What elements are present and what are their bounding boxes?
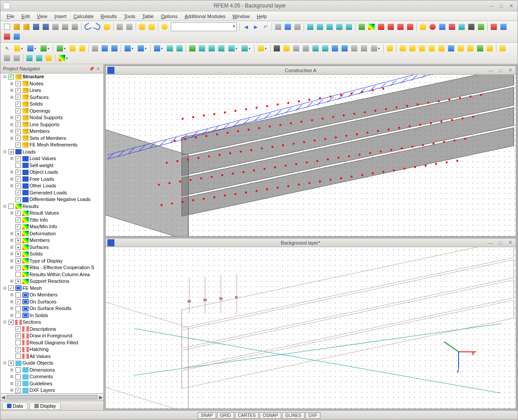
checkbox[interactable] bbox=[15, 306, 21, 311]
checkbox[interactable]: ✓ bbox=[15, 190, 21, 195]
status-cartes-button[interactable]: CARTES bbox=[235, 412, 259, 419]
tree-item[interactable]: ⊞✓Free Loads bbox=[0, 176, 103, 183]
filter5-button[interactable] bbox=[345, 22, 353, 31]
menu-insert[interactable]: Insert bbox=[51, 12, 70, 20]
ax2-button[interactable] bbox=[3, 54, 11, 62]
panel-close-button[interactable]: ✕ bbox=[96, 66, 101, 71]
expand-icon[interactable]: ⊞ bbox=[9, 87, 15, 94]
checkbox[interactable]: ✓ bbox=[15, 381, 21, 386]
loads5-button[interactable] bbox=[396, 22, 405, 31]
tree-item[interactable]: ⊞✓Sets of Members bbox=[0, 135, 103, 142]
tree-item[interactable]: ✓Descriptions bbox=[0, 326, 103, 333]
expand-icon[interactable]: ⊞ bbox=[9, 264, 15, 271]
tree-item[interactable]: ⊞■Support Reactions bbox=[0, 278, 103, 285]
print-preview-button[interactable] bbox=[70, 22, 79, 31]
status-osnap-button[interactable]: OSNAP bbox=[260, 412, 281, 419]
menu-help[interactable]: Help bbox=[253, 12, 271, 20]
eye-button[interactable] bbox=[283, 22, 292, 31]
checkbox[interactable]: ✓ bbox=[15, 326, 21, 332]
expand-icon[interactable]: ⊞ bbox=[9, 312, 15, 319]
tree-item[interactable]: ✓Max/Min Info bbox=[0, 223, 103, 230]
checkbox[interactable]: ✓ bbox=[15, 135, 21, 141]
tool2-button[interactable] bbox=[428, 22, 437, 31]
tool3-button[interactable] bbox=[438, 22, 447, 31]
tree-item[interactable]: ⊟■Loads bbox=[0, 149, 103, 156]
tree-item[interactable]: ⊟Results bbox=[0, 203, 103, 210]
tree-item[interactable]: ⊞■Solids bbox=[0, 251, 103, 258]
tree-item[interactable]: ⊞In Solids bbox=[0, 312, 103, 319]
theme-button[interactable] bbox=[160, 22, 169, 31]
ax1-button[interactable] bbox=[498, 44, 507, 53]
checkbox[interactable]: ✓ bbox=[15, 217, 21, 223]
loads3-button[interactable] bbox=[377, 22, 386, 31]
open-button[interactable] bbox=[12, 22, 21, 31]
pdf-button[interactable] bbox=[3, 32, 11, 41]
checkbox[interactable]: ✓ bbox=[15, 333, 21, 339]
checkbox[interactable] bbox=[15, 272, 21, 277]
expand-icon[interactable]: ⊞ bbox=[9, 251, 15, 258]
menu-table[interactable]: Table bbox=[139, 12, 157, 20]
collapse-icon[interactable]: ⊟ bbox=[2, 285, 7, 292]
checkbox[interactable]: ✓ bbox=[15, 122, 21, 127]
release-tool[interactable] bbox=[136, 44, 148, 53]
zoom-in-button[interactable] bbox=[293, 22, 302, 31]
expand-icon[interactable]: ⊞ bbox=[9, 380, 15, 387]
sec3-button[interactable] bbox=[418, 44, 426, 53]
filter3-button[interactable] bbox=[325, 22, 334, 31]
loads-button[interactable] bbox=[357, 22, 366, 31]
tree-item[interactable]: ⊞On Surface Results bbox=[0, 305, 103, 312]
minimize-button[interactable]: — bbox=[488, 2, 496, 9]
checkbox[interactable]: ✓ bbox=[15, 224, 21, 230]
navigator-button[interactable] bbox=[138, 22, 147, 31]
view-maximize-button[interactable]: □ bbox=[496, 239, 504, 246]
tree-item[interactable]: ⊞■Deformation bbox=[0, 230, 103, 237]
menu-tools[interactable]: Tools bbox=[120, 12, 139, 20]
support-tool[interactable] bbox=[123, 44, 135, 53]
expand-icon[interactable]: ⊞ bbox=[9, 387, 15, 393]
stool5-button[interactable] bbox=[311, 44, 320, 53]
collapse-icon[interactable]: ⊟ bbox=[2, 73, 7, 80]
loads4-button[interactable] bbox=[386, 22, 395, 31]
load1-button[interactable] bbox=[188, 44, 197, 53]
save-button[interactable] bbox=[32, 22, 40, 31]
filter4-button[interactable] bbox=[335, 22, 344, 31]
tree-item[interactable]: Self-weight bbox=[0, 162, 103, 169]
tree-item[interactable]: ⊞On Members bbox=[0, 292, 103, 299]
checkbox[interactable]: ■ bbox=[15, 245, 21, 250]
project2-button[interactable] bbox=[110, 44, 119, 53]
expand-icon[interactable]: ⊞ bbox=[9, 169, 15, 176]
scroll-left-icon[interactable]: ◀ bbox=[1, 394, 5, 400]
tool4-button[interactable] bbox=[448, 22, 456, 31]
menu-view[interactable]: View bbox=[33, 12, 51, 20]
load2-button[interactable] bbox=[198, 44, 206, 53]
stool7-button[interactable] bbox=[331, 44, 339, 53]
sec10-button[interactable] bbox=[485, 44, 494, 53]
final-tool[interactable] bbox=[57, 54, 70, 62]
stool8-button[interactable] bbox=[340, 44, 349, 53]
expand-icon[interactable]: ⊞ bbox=[9, 94, 15, 101]
expand-icon[interactable]: ⊞ bbox=[9, 258, 15, 265]
filter2-button[interactable] bbox=[316, 22, 324, 31]
tree-item[interactable]: ⊞✓Object Loads bbox=[0, 169, 103, 176]
status-glines-button[interactable]: GLINES bbox=[282, 412, 305, 419]
sec2-button[interactable] bbox=[408, 44, 417, 53]
tree-item[interactable]: ⊞✓Guidelines bbox=[0, 380, 103, 387]
tree-item[interactable]: ⊞✓Line Supports bbox=[0, 121, 103, 128]
shape-tool[interactable] bbox=[152, 44, 165, 53]
view-minimize-button[interactable]: — bbox=[487, 239, 495, 246]
checkbox[interactable]: ✓ bbox=[15, 108, 21, 113]
object-combo[interactable] bbox=[171, 22, 237, 31]
navigator2-button[interactable] bbox=[147, 22, 156, 31]
tree-item[interactable]: ✓Generated Loads bbox=[0, 190, 103, 197]
tree-item[interactable]: ⊞✓DXF Layers bbox=[0, 387, 103, 393]
print-button[interactable] bbox=[61, 22, 70, 31]
tool6-button[interactable] bbox=[467, 22, 476, 31]
loads2-button[interactable] bbox=[367, 22, 376, 31]
checkbox[interactable]: ✓ bbox=[15, 81, 21, 86]
res3-button[interactable] bbox=[44, 54, 53, 62]
menu-file[interactable]: File bbox=[3, 12, 18, 20]
tree-item[interactable]: ⊞■Type of Display bbox=[0, 258, 103, 265]
tree-item[interactable]: ⊞✓Other Loads bbox=[0, 183, 103, 190]
expand-icon[interactable]: ⊞ bbox=[9, 155, 15, 162]
expand-icon[interactable]: ⊞ bbox=[9, 183, 15, 190]
